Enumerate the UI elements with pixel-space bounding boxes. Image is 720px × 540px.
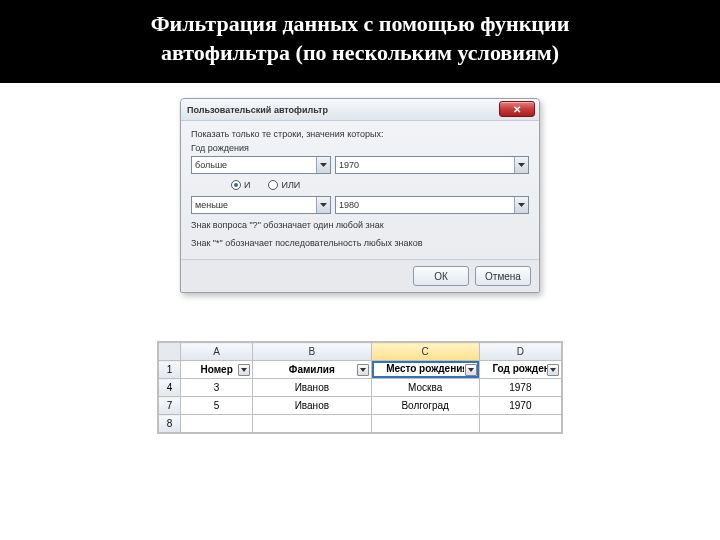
logic-and-label: И	[244, 180, 250, 190]
condition2-value-input[interactable]: 1980	[335, 196, 529, 214]
logic-or-radio[interactable]: ИЛИ	[268, 180, 300, 190]
cell[interactable]: 5	[181, 397, 253, 415]
condition2-operator-value: меньше	[195, 200, 228, 210]
chevron-down-icon	[316, 197, 330, 213]
dialog-titlebar[interactable]: Пользовательский автофильтр ✕	[181, 99, 539, 121]
slide-title: Фильтрация данных с помощью функции авто…	[0, 0, 720, 83]
cancel-button[interactable]: Отмена	[475, 266, 531, 286]
condition2-value: 1980	[339, 200, 359, 210]
condition2-operator-select[interactable]: меньше	[191, 196, 331, 214]
row-header[interactable]: 7	[159, 397, 181, 415]
hint-2: Знак "*" обозначает последовательность л…	[191, 238, 529, 250]
column-header-a[interactable]: A	[181, 343, 253, 361]
filter-header-cell[interactable]: Год рождения	[479, 361, 561, 379]
logic-or-label: ИЛИ	[281, 180, 300, 190]
column-header-b[interactable]: B	[253, 343, 371, 361]
filter-dropdown-icon[interactable]	[357, 364, 369, 376]
row-header[interactable]: 4	[159, 379, 181, 397]
cell[interactable]: Иванов	[253, 379, 371, 397]
close-icon[interactable]: ✕	[499, 101, 535, 117]
condition1-operator-select[interactable]: больше	[191, 156, 331, 174]
dialog-field-label: Год рождения	[191, 143, 529, 153]
row-header[interactable]: 1	[159, 361, 181, 379]
logic-and-radio[interactable]: И	[231, 180, 250, 190]
hint-1: Знак вопроса "?" обозначает один любой з…	[191, 220, 529, 232]
condition1-operator-value: больше	[195, 160, 227, 170]
dialog-instruction: Показать только те строки, значения кото…	[191, 129, 529, 139]
chevron-down-icon	[514, 157, 528, 173]
cell[interactable]: 3	[181, 379, 253, 397]
cell[interactable]	[253, 415, 371, 433]
filter-dropdown-icon[interactable]	[238, 364, 250, 376]
custom-autofilter-dialog: Пользовательский автофильтр ✕ Показать т…	[180, 98, 540, 293]
filter-header-cell[interactable]: Номер	[181, 361, 253, 379]
cell[interactable]: Волгоград	[371, 397, 479, 415]
condition1-value: 1970	[339, 160, 359, 170]
filter-dropdown-icon[interactable]	[547, 364, 559, 376]
cell[interactable]: Москва	[371, 379, 479, 397]
chevron-down-icon	[514, 197, 528, 213]
cell[interactable]	[181, 415, 253, 433]
filter-header-cell[interactable]: Фамилия	[253, 361, 371, 379]
cell[interactable]	[479, 415, 561, 433]
slide-title-line2: автофильтра (по нескольким условиям)	[20, 39, 700, 68]
table-row: 4 3 Иванов Москва 1978	[159, 379, 562, 397]
filter-header-cell[interactable]: Место рождения	[371, 361, 479, 379]
column-header-c[interactable]: C	[371, 343, 479, 361]
cell[interactable]	[371, 415, 479, 433]
logic-radio-group: И ИЛИ	[231, 180, 529, 190]
row-header[interactable]: 8	[159, 415, 181, 433]
filter-dropdown-icon[interactable]	[465, 364, 477, 376]
cell[interactable]: 1978	[479, 379, 561, 397]
select-all-corner[interactable]	[159, 343, 181, 361]
table-row: 8	[159, 415, 562, 433]
cell[interactable]: Иванов	[253, 397, 371, 415]
spreadsheet-table: A B C D 1 Номер Фамилия Место рождения Г…	[158, 342, 562, 433]
slide-title-line1: Фильтрация данных с помощью функции	[20, 10, 700, 39]
column-header-d[interactable]: D	[479, 343, 561, 361]
condition1-value-input[interactable]: 1970	[335, 156, 529, 174]
chevron-down-icon	[316, 157, 330, 173]
ok-button[interactable]: ОК	[413, 266, 469, 286]
cell[interactable]: 1970	[479, 397, 561, 415]
dialog-title: Пользовательский автофильтр	[187, 105, 328, 115]
table-row: 7 5 Иванов Волгоград 1970	[159, 397, 562, 415]
